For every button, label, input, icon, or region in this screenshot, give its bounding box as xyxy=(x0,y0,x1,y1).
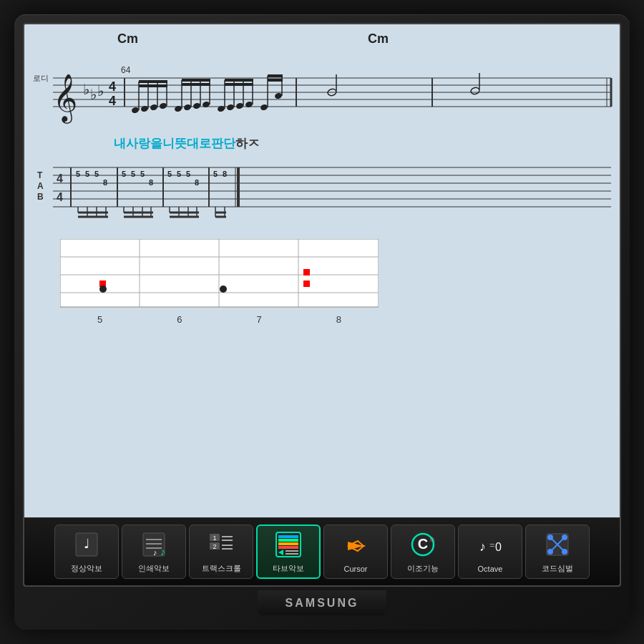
svg-text:4: 4 xyxy=(109,79,116,94)
svg-point-19 xyxy=(159,102,167,109)
svg-text:C: C xyxy=(418,536,428,552)
octave-button[interactable]: ♪ = 0 Octave xyxy=(458,525,522,579)
svg-text:4: 4 xyxy=(57,172,63,185)
svg-point-27 xyxy=(192,102,201,109)
svg-text:5: 5 xyxy=(85,170,89,178)
svg-text:♭: ♭ xyxy=(83,82,89,97)
svg-text:♪: ♪ xyxy=(479,540,486,554)
svg-text:4: 4 xyxy=(57,191,63,203)
notation-staff-svg: 𝄞 ♭ ♭ ♭ 4 4 64 xyxy=(31,60,618,139)
pos-7: 7 xyxy=(257,314,262,325)
svg-point-15 xyxy=(140,105,149,112)
lyric-tail: 하ㅈ xyxy=(235,137,260,150)
svg-text:5: 5 xyxy=(76,170,80,178)
print-score-button[interactable]: ♪ ♪ 인쇄악보 xyxy=(122,525,186,579)
svg-text:♩: ♩ xyxy=(84,537,89,551)
svg-text:8: 8 xyxy=(223,170,227,178)
svg-point-45 xyxy=(274,92,283,99)
print-score-icon: ♪ ♪ xyxy=(139,530,169,560)
tracksroll-button[interactable]: 1 2 트랙스크롤 xyxy=(189,525,253,579)
key-change-label: 이조기능 xyxy=(407,563,439,574)
svg-point-25 xyxy=(183,104,192,111)
svg-point-120 xyxy=(99,286,107,293)
svg-text:8: 8 xyxy=(195,178,199,187)
svg-point-29 xyxy=(202,101,210,108)
svg-text:5: 5 xyxy=(186,170,190,178)
pos-5: 5 xyxy=(97,314,102,325)
tracksroll-icon: 1 2 xyxy=(206,530,236,560)
normal-score-icon: ♩ xyxy=(72,530,102,560)
overview-grid-svg xyxy=(60,239,379,311)
svg-rect-47 xyxy=(268,74,283,77)
svg-rect-118 xyxy=(303,269,310,275)
chord-symbol-icon xyxy=(542,530,572,560)
octave-icon: ♪ = 0 xyxy=(475,531,505,561)
svg-point-17 xyxy=(150,104,158,111)
svg-text:5: 5 xyxy=(140,170,145,178)
key-change-button[interactable]: C 소 이조기능 xyxy=(391,525,455,579)
svg-rect-32 xyxy=(182,83,210,86)
svg-text:5: 5 xyxy=(167,170,172,178)
cursor-label: Cursor xyxy=(343,565,367,573)
svg-rect-31 xyxy=(182,79,210,82)
tracksroll-label: 트랙스크롤 xyxy=(202,563,241,574)
svg-point-13 xyxy=(131,107,140,114)
svg-point-43 xyxy=(260,104,268,111)
svg-text:64: 64 xyxy=(121,65,131,75)
key-change-icon: C 소 xyxy=(408,530,438,560)
pos-6: 6 xyxy=(177,314,182,325)
svg-rect-21 xyxy=(139,80,167,83)
svg-text:T: T xyxy=(37,170,43,180)
svg-text:♭: ♭ xyxy=(97,83,104,99)
svg-text:5: 5 xyxy=(94,170,99,178)
lyric: 내사랑을니뜻대로판단하ㅈ xyxy=(114,135,260,152)
svg-text:소: 소 xyxy=(429,536,435,542)
samsung-logo: SAMSUNG xyxy=(286,597,359,610)
svg-rect-139 xyxy=(278,535,298,538)
svg-text:B: B xyxy=(37,192,44,202)
svg-rect-41 xyxy=(225,79,253,82)
svg-text:0: 0 xyxy=(495,541,502,553)
svg-text:A: A xyxy=(37,181,44,191)
svg-rect-141 xyxy=(278,542,298,545)
cursor-icon xyxy=(341,531,371,561)
svg-text:5: 5 xyxy=(177,170,181,178)
svg-text:1: 1 xyxy=(213,535,216,542)
print-score-label: 인쇄악보 xyxy=(138,563,170,574)
svg-text:8: 8 xyxy=(149,178,153,187)
score-area: Cm Cm 로디 𝄞 ♭ ♭ ♭ 4 4 xyxy=(24,24,620,517)
svg-point-37 xyxy=(235,102,244,109)
svg-text:♪: ♪ xyxy=(160,546,165,557)
chord-label-2: Cm xyxy=(368,31,389,47)
cursor-button[interactable]: Cursor xyxy=(323,525,388,579)
svg-point-35 xyxy=(226,104,235,111)
svg-text:4: 4 xyxy=(109,94,116,108)
chord-symbol-button[interactable]: 코드심벌 xyxy=(525,525,590,579)
svg-rect-42 xyxy=(225,83,253,86)
svg-point-53 xyxy=(470,87,480,95)
svg-point-23 xyxy=(174,105,182,112)
normal-score-label: 정상악보 xyxy=(71,563,102,574)
toolbar: ♩ 정상악보 ♪ ♪ 인쇄 xyxy=(24,517,620,585)
normal-score-button[interactable]: ♩ 정상악보 xyxy=(54,525,119,579)
pos-8: 8 xyxy=(336,314,341,325)
svg-text:♪: ♪ xyxy=(153,548,157,557)
svg-point-39 xyxy=(245,101,253,108)
svg-rect-119 xyxy=(303,280,310,287)
svg-text:=: = xyxy=(489,540,495,550)
lyric-main: 내사랑을니뜻대로판단 xyxy=(114,137,235,150)
svg-point-121 xyxy=(220,286,227,293)
tab-score-button[interactable]: 타브악보 xyxy=(256,525,321,579)
position-numbers: 5 6 7 8 xyxy=(60,314,379,325)
svg-rect-48 xyxy=(268,79,283,82)
svg-text:𝄞: 𝄞 xyxy=(53,74,77,124)
octave-label: Octave xyxy=(478,565,503,573)
chord-symbol-label: 코드심벌 xyxy=(542,563,573,574)
svg-text:2: 2 xyxy=(213,543,216,550)
svg-text:♭: ♭ xyxy=(90,87,97,102)
monitor-stand: SAMSUNG xyxy=(258,590,386,615)
svg-rect-22 xyxy=(139,84,167,87)
screen: Cm Cm 로디 𝄞 ♭ ♭ ♭ 4 4 xyxy=(23,23,621,587)
tab-score-icon xyxy=(273,530,303,560)
monitor: Cm Cm 로디 𝄞 ♭ ♭ ♭ 4 4 xyxy=(14,14,630,630)
